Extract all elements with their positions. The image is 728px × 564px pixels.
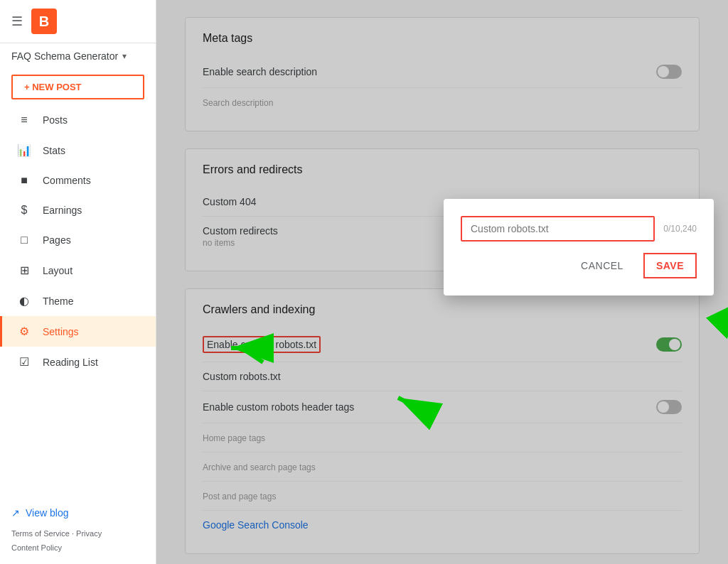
stats-icon: 📊: [17, 143, 31, 157]
sidebar-nav: ≡ Posts 📊 Stats ■ Comments $ Earnings □ …: [0, 105, 156, 377]
settings-icon: ⚙: [17, 325, 31, 338]
posts-icon: ≡: [17, 114, 31, 126]
external-link-icon: ↗: [11, 507, 20, 519]
sidebar-item-posts-label: Posts: [43, 114, 68, 126]
layout-icon: ⊞: [17, 264, 31, 277]
sidebar-item-earnings[interactable]: $ Earnings: [0, 195, 156, 225]
sidebar-item-layout[interactable]: ⊞ Layout: [0, 255, 156, 286]
sidebar-footer: ↗ View blog Terms of Service · Privacy C…: [0, 499, 156, 564]
hamburger-icon[interactable]: ☰: [11, 13, 23, 29]
char-count: 0/10,240: [663, 224, 697, 234]
pages-icon: □: [17, 234, 31, 246]
content-policy-link[interactable]: Content Policy: [11, 543, 62, 552]
earnings-icon: $: [17, 204, 31, 217]
view-blog-label: View blog: [26, 507, 68, 519]
sidebar-item-settings[interactable]: ⚙ Settings: [0, 316, 156, 347]
sidebar-item-stats[interactable]: 📊 Stats: [0, 135, 156, 166]
dialog-input-row: 0/10,240: [461, 216, 697, 242]
custom-robots-txt-input[interactable]: [461, 216, 655, 242]
comments-icon: ■: [17, 174, 31, 187]
reading-list-icon: ☑: [17, 355, 31, 369]
custom-robots-dialog: 0/10,240 CANCEL SAVE: [444, 199, 714, 295]
theme-icon: ◐: [17, 294, 31, 308]
blog-selector-arrow-icon: ▾: [122, 51, 127, 61]
sidebar-item-pages[interactable]: □ Pages: [0, 225, 156, 255]
main-content: Meta tags Enable search description Sear…: [156, 0, 728, 564]
sidebar-item-comments-label: Comments: [43, 175, 91, 186]
dialog-overlay: 0/10,240 CANCEL SAVE: [156, 0, 728, 564]
dialog-actions: CANCEL SAVE: [461, 253, 697, 278]
terms-link[interactable]: Terms of Service: [11, 529, 70, 538]
sidebar-item-comments[interactable]: ■ Comments: [0, 166, 156, 195]
view-blog-link[interactable]: ↗ View blog: [11, 507, 144, 519]
sidebar-item-settings-label: Settings: [43, 326, 79, 337]
blog-selector[interactable]: FAQ Schema Generator ▾: [0, 43, 156, 69]
sidebar-item-theme[interactable]: ◐ Theme: [0, 286, 156, 316]
new-post-button[interactable]: + NEW POST: [11, 75, 144, 99]
sidebar-header: ☰ B: [0, 0, 156, 43]
sidebar-item-theme-label: Theme: [43, 295, 74, 307]
footer-links: Terms of Service · Privacy Content Polic…: [11, 527, 144, 555]
cancel-button[interactable]: CANCEL: [572, 253, 632, 278]
sidebar-item-layout-label: Layout: [43, 265, 73, 276]
blog-name: FAQ Schema Generator: [11, 50, 118, 62]
privacy-link[interactable]: Privacy: [76, 529, 102, 538]
save-button[interactable]: SAVE: [643, 253, 697, 278]
sidebar-item-reading-list[interactable]: ☑ Reading List: [0, 347, 156, 377]
sidebar-item-stats-label: Stats: [43, 145, 65, 156]
sidebar-item-reading-list-label: Reading List: [43, 357, 98, 368]
sidebar-item-pages-label: Pages: [43, 234, 71, 246]
sidebar-item-posts[interactable]: ≡ Posts: [0, 105, 156, 135]
blogger-logo: B: [31, 9, 57, 34]
sidebar: ☰ B FAQ Schema Generator ▾ + NEW POST ≡ …: [0, 0, 156, 564]
sidebar-item-earnings-label: Earnings: [43, 205, 82, 216]
